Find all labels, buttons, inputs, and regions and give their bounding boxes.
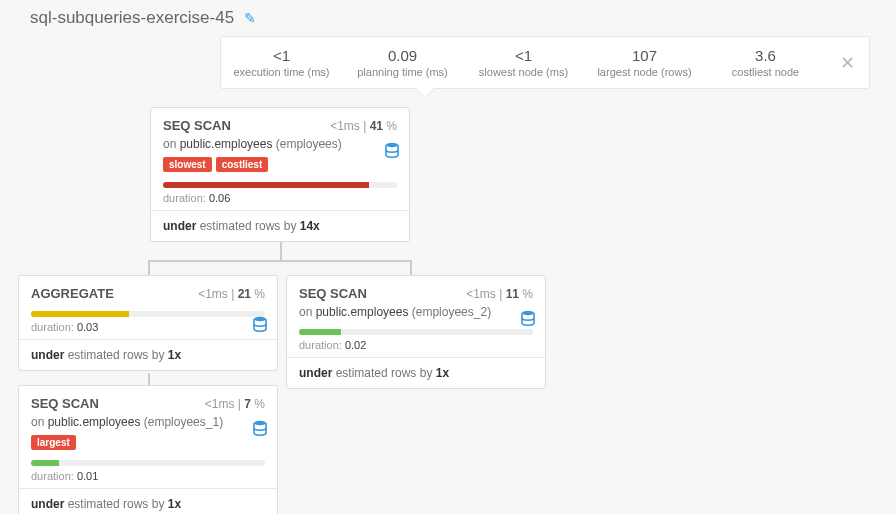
node-title: SEQ SCAN (31, 396, 99, 411)
node-estimate: under estimated rows by 14x (151, 210, 409, 241)
cost-bar (31, 460, 265, 466)
badge-slowest: slowest (163, 157, 212, 172)
node-estimate: under estimated rows by 1x (19, 339, 277, 370)
badge-costliest: costliest (216, 157, 269, 172)
svg-point-2 (522, 311, 534, 315)
node-title: SEQ SCAN (163, 118, 231, 133)
stat-slowest-node: <1 slowest node (ms) (463, 37, 584, 88)
node-duration: duration: 0.01 (31, 470, 265, 482)
node-title: SEQ SCAN (299, 286, 367, 301)
connector (148, 260, 150, 276)
stat-value: 3.6 (713, 47, 818, 64)
database-icon (385, 142, 399, 161)
stat-costliest-node: 3.6 costliest node (705, 37, 826, 88)
database-icon (521, 310, 535, 329)
node-relation: on public.employees (employees_1) (31, 415, 265, 429)
svg-point-3 (254, 421, 266, 425)
badge-largest: largest (31, 435, 76, 450)
node-relation: on public.employees (employees_2) (299, 305, 533, 319)
page-title: sql-subqueries-exercise-45 (30, 8, 234, 28)
stat-label: execution time (ms) (229, 66, 334, 78)
stat-largest-node: 107 largest node (rows) (584, 37, 705, 88)
node-meta: <1ms | 11 % (466, 287, 533, 301)
node-duration: duration: 0.06 (163, 192, 397, 204)
node-meta: <1ms | 41 % (330, 119, 397, 133)
connector (410, 260, 412, 276)
node-meta: <1ms | 7 % (205, 397, 265, 411)
svg-point-0 (386, 143, 398, 147)
stat-label: planning time (ms) (350, 66, 455, 78)
node-estimate: under estimated rows by 1x (19, 488, 277, 514)
node-relation: on public.employees (employees) (163, 137, 397, 151)
database-icon (253, 316, 267, 335)
stat-value: <1 (471, 47, 576, 64)
node-duration: duration: 0.03 (31, 321, 265, 333)
plan-node-seq-scan[interactable]: SEQ SCAN <1ms | 7 % on public.employees … (18, 385, 278, 514)
connector (280, 242, 282, 260)
node-duration: duration: 0.02 (299, 339, 533, 351)
node-title: AGGREGATE (31, 286, 114, 301)
cost-bar (299, 329, 533, 335)
stat-label: slowest node (ms) (471, 66, 576, 78)
close-icon[interactable]: ✕ (826, 52, 869, 74)
node-meta: <1ms | 21 % (198, 287, 265, 301)
stats-panel: <1 execution time (ms) 0.09 planning tim… (220, 36, 870, 89)
cost-bar (31, 311, 265, 317)
plan-node-seq-scan[interactable]: SEQ SCAN <1ms | 41 % on public.employees… (150, 107, 410, 242)
stat-value: 107 (592, 47, 697, 64)
stat-execution-time: <1 execution time (ms) (221, 37, 342, 88)
plan-node-aggregate[interactable]: AGGREGATE <1ms | 21 % duration: 0.03 und… (18, 275, 278, 371)
connector (148, 260, 412, 262)
cost-bar (163, 182, 397, 188)
stat-planning-time: 0.09 planning time (ms) (342, 37, 463, 88)
database-icon (253, 420, 267, 439)
edit-icon[interactable]: ✎ (244, 10, 256, 26)
plan-node-seq-scan[interactable]: SEQ SCAN <1ms | 11 % on public.employees… (286, 275, 546, 389)
stat-value: 0.09 (350, 47, 455, 64)
stats-arrow-icon (415, 88, 435, 98)
stat-label: costliest node (713, 66, 818, 78)
svg-point-1 (254, 317, 266, 321)
node-estimate: under estimated rows by 1x (287, 357, 545, 388)
stat-label: largest node (rows) (592, 66, 697, 78)
stat-value: <1 (229, 47, 334, 64)
